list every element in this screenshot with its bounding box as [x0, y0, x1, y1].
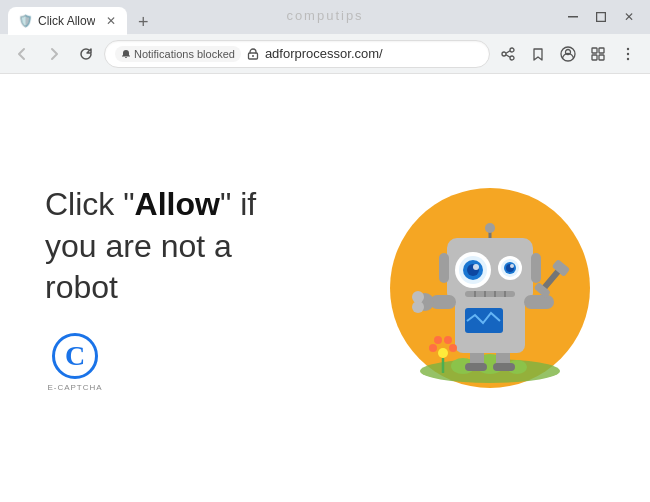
tab-title: Click Allow: [38, 14, 95, 28]
notifications-blocked-badge: Notifications blocked: [115, 46, 241, 62]
notifications-blocked-text: Notifications blocked: [134, 48, 235, 60]
robot-illustration: [375, 173, 605, 403]
svg-point-53: [438, 348, 448, 358]
svg-point-3: [252, 55, 254, 57]
page-content: Click "Allow" ifyou are not arobot C E-C…: [0, 74, 650, 502]
allow-text: Allow: [135, 186, 220, 222]
svg-point-37: [510, 264, 514, 268]
svg-rect-40: [465, 291, 515, 297]
active-tab[interactable]: 🛡️ Click Allow ✕: [8, 7, 127, 35]
tab-favicon-icon: 🛡️: [18, 14, 32, 28]
svg-point-55: [449, 344, 457, 352]
extensions-button[interactable]: [584, 40, 612, 68]
svg-rect-39: [531, 253, 541, 283]
svg-rect-1: [597, 13, 606, 22]
bookmark-button[interactable]: [524, 40, 552, 68]
menu-button[interactable]: [614, 40, 642, 68]
svg-point-12: [627, 57, 629, 59]
maximize-button[interactable]: [588, 4, 614, 30]
tab-area: 🛡️ Click Allow ✕ +: [8, 0, 642, 34]
svg-point-54: [429, 344, 437, 352]
title-bar: computips 🛡️ Click Allow ✕ + ✕: [0, 0, 650, 34]
text-section: Click "Allow" ifyou are not arobot C E-C…: [45, 184, 375, 392]
address-url-text: adforprocessor.com/: [265, 46, 383, 61]
svg-point-11: [627, 52, 629, 54]
svg-rect-38: [439, 253, 449, 283]
main-message: Click "Allow" ifyou are not arobot: [45, 184, 375, 309]
svg-rect-19: [465, 363, 487, 371]
svg-point-24: [485, 223, 495, 233]
browser-frame: computips 🛡️ Click Allow ✕ + ✕: [0, 0, 650, 502]
svg-point-48: [412, 301, 424, 313]
close-button[interactable]: ✕: [616, 4, 642, 30]
svg-rect-0: [568, 16, 578, 18]
svg-rect-9: [599, 55, 604, 60]
ecaptcha-letter: C: [65, 340, 85, 372]
ecaptcha-logo: C: [52, 333, 98, 379]
back-button[interactable]: [8, 40, 36, 68]
window-controls: ✕: [560, 4, 642, 30]
svg-point-57: [444, 336, 452, 344]
refresh-button[interactable]: [72, 40, 100, 68]
svg-point-56: [434, 336, 442, 344]
robot-svg: [375, 173, 605, 403]
content-wrapper: Click "Allow" ifyou are not arobot C E-C…: [45, 173, 605, 403]
forward-button[interactable]: [40, 40, 68, 68]
svg-rect-7: [599, 48, 604, 53]
tab-close-button[interactable]: ✕: [103, 13, 119, 29]
address-bar[interactable]: Notifications blocked adforprocessor.com…: [104, 40, 490, 68]
svg-rect-49: [524, 295, 554, 309]
toolbar: Notifications blocked adforprocessor.com…: [0, 34, 650, 74]
toolbar-actions: [494, 40, 642, 68]
svg-rect-8: [592, 55, 597, 60]
svg-rect-6: [592, 48, 597, 53]
svg-rect-20: [493, 363, 515, 371]
new-tab-button[interactable]: +: [131, 10, 155, 34]
minimize-button[interactable]: [560, 4, 586, 30]
profile-button[interactable]: [554, 40, 582, 68]
svg-point-32: [473, 264, 479, 270]
share-button[interactable]: [494, 40, 522, 68]
svg-point-10: [627, 47, 629, 49]
ecaptcha-label: E-CAPTCHA: [47, 383, 102, 392]
lock-icon: [247, 48, 259, 60]
ecaptcha-badge: C E-CAPTCHA: [45, 333, 105, 392]
